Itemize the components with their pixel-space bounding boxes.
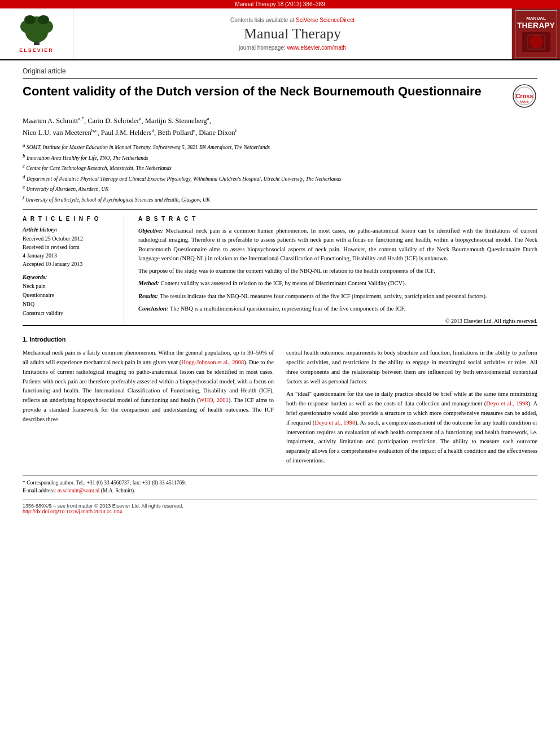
- sciverse-line: Contents lists available at SciVerse Sci…: [230, 17, 355, 23]
- keyword-construct: Construct validity: [23, 309, 115, 318]
- ref-deyo2: Deyo et al., 1998: [314, 420, 355, 426]
- footnote-corresponding: * Corresponding author. Tel.: +31 (0) 33…: [23, 479, 537, 487]
- intro-right-para-1: central health outcomes: impairments to …: [286, 348, 537, 386]
- email-link: m.schmitt@somt.nl: [58, 488, 100, 493]
- received-revised-label: Received in revised form: [23, 243, 115, 251]
- title-section: Content validity of the Dutch version of…: [23, 84, 537, 109]
- abstract-results: Results: The results indicate that the N…: [138, 292, 537, 301]
- ref-who: WHO, 2001: [199, 397, 229, 403]
- intro-left-col: Mechanical neck pain is a fairly common …: [23, 348, 274, 469]
- abstract-col: A B S T R A C T Objective: Mechanical ne…: [135, 216, 537, 325]
- intro-para-1: Mechanical neck pain is a fairly common …: [23, 348, 274, 424]
- footer-issn: 1356-689X/$ – see front matter © 2013 El…: [23, 503, 537, 509]
- journal-header: ELSEVIER Contents lists available at Sci…: [0, 8, 560, 60]
- abstract-heading: A B S T R A C T: [138, 216, 537, 222]
- journal-title: Manual Therapy: [244, 25, 341, 42]
- keyword-nbq: NBQ: [23, 300, 115, 309]
- affiliation-f: f University of Strathclyde, School of P…: [23, 194, 537, 204]
- elsevier-logo: ELSEVIER: [0, 8, 73, 59]
- journal-homepage: journal homepage: www.elsevier.com/math: [239, 45, 346, 51]
- intro-right-col: central health outcomes: impairments to …: [286, 348, 537, 469]
- svg-point-8: [530, 35, 543, 49]
- crossmark-icon: Cross Mark: [512, 84, 537, 109]
- body-section: 1. Introduction Mechanical neck pain is …: [23, 336, 537, 469]
- keyword-questionnaire: Questionnaire: [23, 291, 115, 300]
- copyright-line: © 2013 Elsevier Ltd. All rights reserved…: [138, 318, 537, 324]
- abstract-conclusion: Conclusion: The NBQ is a multidimensiona…: [138, 304, 537, 313]
- keyword-neck-pain: Neck pain: [23, 282, 115, 291]
- affiliation-a: a SOMT, Institute for Master Education i…: [23, 142, 537, 151]
- article-info-heading: A R T I C L E I N F O: [23, 216, 115, 222]
- ref-deyo1: Deyo et al., 1998: [486, 400, 528, 407]
- affiliation-d: d Department of Pediatric Physical Thera…: [23, 173, 537, 183]
- journal-info-center: Contents lists available at SciVerse Sci…: [73, 8, 512, 59]
- svg-point-6: [38, 15, 49, 24]
- abstract-method: Method: Content validity was assessed in…: [138, 279, 537, 288]
- journal-citation: Manual Therapy 18 (2013) 386–389: [235, 1, 325, 7]
- authors: Maarten A. Schmitta,*, Carin D. Schröder…: [23, 115, 537, 138]
- footnote-email: E-mail address: m.schmitt@somt.nl (M.A. …: [23, 487, 537, 495]
- svg-text:Mark: Mark: [520, 100, 529, 104]
- article-title: Content validity of the Dutch version of…: [23, 84, 512, 100]
- keywords-label: Keywords:: [23, 274, 115, 280]
- abstract-objective: Objective: Mechanical neck pain is a com…: [138, 226, 537, 263]
- article-history-label: Article history:: [23, 226, 115, 233]
- article-info-col: A R T I C L E I N F O Article history: R…: [23, 216, 124, 325]
- svg-text:Cross: Cross: [515, 93, 533, 99]
- top-journal-bar: Manual Therapy 18 (2013) 386–389: [0, 0, 560, 8]
- affiliation-e: e University of Aberdeen, Aberdeen, UK: [23, 184, 537, 193]
- info-abstract-section: A R T I C L E I N F O Article history: R…: [23, 209, 537, 326]
- journal-cover: MANUAL THERAPY: [512, 8, 560, 59]
- footer-doi-link[interactable]: http://dx.doi.org/10.1016/j.math.2013.01…: [23, 509, 123, 514]
- footer-bar: 1356-689X/$ – see front matter © 2013 El…: [23, 499, 537, 514]
- article-type-label: Original article: [23, 67, 537, 79]
- intro-two-col: Mechanical neck pain is a fairly common …: [23, 348, 537, 469]
- affiliation-c: c Centre for Care Technology Research, M…: [23, 163, 537, 172]
- svg-point-5: [24, 15, 36, 24]
- footnote-section: * Corresponding author. Tel.: +31 (0) 33…: [23, 475, 537, 495]
- abstract-purpose: The purpose of the study was to examine …: [138, 267, 537, 276]
- affiliations: a SOMT, Institute for Master Education i…: [23, 142, 537, 204]
- affiliation-b: b Innovation Area Healthy for Life, TNO,…: [23, 152, 537, 162]
- accepted-date: Accepted 10 January 2013: [23, 260, 115, 268]
- elsevier-tree-icon: [14, 15, 59, 46]
- intro-heading: 1. Introduction: [23, 336, 537, 343]
- received-date: Received 25 October 2012: [23, 234, 115, 243]
- elsevier-wordmark: ELSEVIER: [19, 47, 54, 53]
- revised-date: 4 January 2013: [23, 251, 115, 260]
- ref-hogg: Hogg-Johnson et al., 2008: [181, 359, 244, 365]
- intro-right-para-2: An "ideal" questionnaire for the use in …: [286, 390, 537, 465]
- main-content: Original article Content validity of the…: [0, 60, 560, 526]
